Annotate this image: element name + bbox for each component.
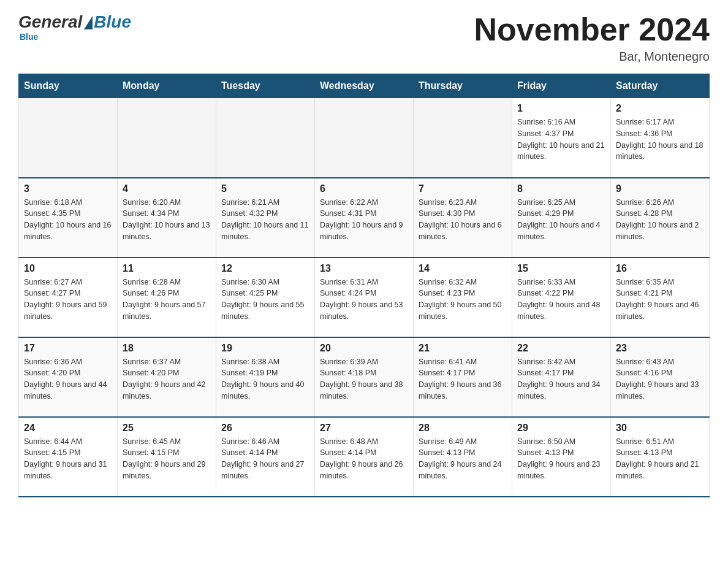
day-info: Sunrise: 6:49 AMSunset: 4:13 PMDaylight:… <box>419 436 507 482</box>
day-info: Sunrise: 6:30 AMSunset: 4:25 PMDaylight:… <box>221 277 309 323</box>
day-number: 11 <box>123 263 211 274</box>
day-info: Sunrise: 6:44 AMSunset: 4:15 PMDaylight:… <box>24 436 112 482</box>
header-friday: Friday <box>512 74 611 98</box>
day-number: 26 <box>221 423 309 434</box>
calendar-week-row: 10Sunrise: 6:27 AMSunset: 4:27 PMDayligh… <box>19 258 710 337</box>
calendar-cell: 13Sunrise: 6:31 AMSunset: 4:24 PMDayligh… <box>315 258 414 337</box>
calendar-cell <box>414 98 512 178</box>
header-wednesday: Wednesday <box>315 74 414 98</box>
calendar-cell <box>118 98 216 178</box>
day-info: Sunrise: 6:17 AMSunset: 4:36 PMDaylight:… <box>616 117 704 163</box>
day-number: 20 <box>320 343 408 354</box>
day-number: 13 <box>320 263 408 274</box>
day-number: 2 <box>616 103 704 114</box>
calendar-cell: 3Sunrise: 6:18 AMSunset: 4:35 PMDaylight… <box>19 178 118 258</box>
day-info: Sunrise: 6:27 AMSunset: 4:27 PMDaylight:… <box>24 277 112 323</box>
calendar-cell: 18Sunrise: 6:37 AMSunset: 4:20 PMDayligh… <box>118 337 216 417</box>
calendar-cell: 15Sunrise: 6:33 AMSunset: 4:22 PMDayligh… <box>512 258 611 337</box>
day-info: Sunrise: 6:38 AMSunset: 4:19 PMDaylight:… <box>221 356 309 402</box>
month-title: November 2024 <box>474 12 710 47</box>
calendar-cell: 16Sunrise: 6:35 AMSunset: 4:21 PMDayligh… <box>611 258 710 337</box>
calendar-week-row: 1Sunrise: 6:16 AMSunset: 4:37 PMDaylight… <box>19 98 710 178</box>
day-info: Sunrise: 6:36 AMSunset: 4:20 PMDaylight:… <box>24 356 112 402</box>
day-number: 21 <box>419 343 507 354</box>
calendar-cell: 5Sunrise: 6:21 AMSunset: 4:32 PMDaylight… <box>216 178 315 258</box>
calendar-cell: 28Sunrise: 6:49 AMSunset: 4:13 PMDayligh… <box>414 417 512 497</box>
calendar-week-row: 24Sunrise: 6:44 AMSunset: 4:15 PMDayligh… <box>19 417 710 497</box>
day-number: 30 <box>616 423 704 434</box>
day-info: Sunrise: 6:31 AMSunset: 4:24 PMDaylight:… <box>320 277 408 323</box>
day-info: Sunrise: 6:20 AMSunset: 4:34 PMDaylight:… <box>123 197 211 243</box>
calendar-cell <box>19 98 118 178</box>
day-number: 6 <box>320 183 408 194</box>
header: General Blue Blue November 2024 Bar, Mon… <box>18 12 710 64</box>
day-number: 28 <box>419 423 507 434</box>
day-info: Sunrise: 6:37 AMSunset: 4:20 PMDaylight:… <box>123 356 211 402</box>
calendar-cell: 25Sunrise: 6:45 AMSunset: 4:15 PMDayligh… <box>118 417 216 497</box>
calendar-cell: 14Sunrise: 6:32 AMSunset: 4:23 PMDayligh… <box>414 258 512 337</box>
day-number: 14 <box>419 263 507 274</box>
day-number: 7 <box>419 183 507 194</box>
day-number: 17 <box>24 343 112 354</box>
day-info: Sunrise: 6:39 AMSunset: 4:18 PMDaylight:… <box>320 356 408 402</box>
calendar-cell: 4Sunrise: 6:20 AMSunset: 4:34 PMDaylight… <box>118 178 216 258</box>
calendar-cell: 27Sunrise: 6:48 AMSunset: 4:14 PMDayligh… <box>315 417 414 497</box>
calendar-cell: 6Sunrise: 6:22 AMSunset: 4:31 PMDaylight… <box>315 178 414 258</box>
day-info: Sunrise: 6:50 AMSunset: 4:13 PMDaylight:… <box>517 436 605 482</box>
logo-top: General Blue <box>18 12 131 32</box>
calendar-table: Sunday Monday Tuesday Wednesday Thursday… <box>18 74 710 497</box>
day-info: Sunrise: 6:35 AMSunset: 4:21 PMDaylight:… <box>616 277 704 323</box>
day-info: Sunrise: 6:16 AMSunset: 4:37 PMDaylight:… <box>517 117 605 163</box>
calendar-cell: 22Sunrise: 6:42 AMSunset: 4:17 PMDayligh… <box>512 337 611 417</box>
calendar-header-row: Sunday Monday Tuesday Wednesday Thursday… <box>19 74 710 98</box>
title-area: November 2024 Bar, Montenegro <box>474 12 710 64</box>
day-number: 3 <box>24 183 112 194</box>
day-number: 10 <box>24 263 112 274</box>
calendar-cell: 12Sunrise: 6:30 AMSunset: 4:25 PMDayligh… <box>216 258 315 337</box>
day-number: 16 <box>616 263 704 274</box>
calendar-cell: 23Sunrise: 6:43 AMSunset: 4:16 PMDayligh… <box>611 337 710 417</box>
day-info: Sunrise: 6:48 AMSunset: 4:14 PMDaylight:… <box>320 436 408 482</box>
logo-tagline: Blue <box>20 32 38 42</box>
header-saturday: Saturday <box>611 74 710 98</box>
logo-triangle-icon <box>84 16 93 29</box>
calendar-cell <box>216 98 315 178</box>
day-info: Sunrise: 6:32 AMSunset: 4:23 PMDaylight:… <box>419 277 507 323</box>
calendar-cell: 8Sunrise: 6:25 AMSunset: 4:29 PMDaylight… <box>512 178 611 258</box>
day-number: 15 <box>517 263 605 274</box>
day-info: Sunrise: 6:43 AMSunset: 4:16 PMDaylight:… <box>616 356 704 402</box>
day-info: Sunrise: 6:28 AMSunset: 4:26 PMDaylight:… <box>123 277 211 323</box>
day-info: Sunrise: 6:22 AMSunset: 4:31 PMDaylight:… <box>320 197 408 243</box>
day-info: Sunrise: 6:25 AMSunset: 4:29 PMDaylight:… <box>517 197 605 243</box>
calendar-cell: 29Sunrise: 6:50 AMSunset: 4:13 PMDayligh… <box>512 417 611 497</box>
day-number: 19 <box>221 343 309 354</box>
day-number: 4 <box>123 183 211 194</box>
calendar-cell: 19Sunrise: 6:38 AMSunset: 4:19 PMDayligh… <box>216 337 315 417</box>
day-info: Sunrise: 6:33 AMSunset: 4:22 PMDaylight:… <box>517 277 605 323</box>
logo-blue-text: Blue <box>94 12 131 32</box>
calendar-week-row: 3Sunrise: 6:18 AMSunset: 4:35 PMDaylight… <box>19 178 710 258</box>
calendar-cell: 1Sunrise: 6:16 AMSunset: 4:37 PMDaylight… <box>512 98 611 178</box>
location: Bar, Montenegro <box>474 50 710 64</box>
day-number: 8 <box>517 183 605 194</box>
header-tuesday: Tuesday <box>216 74 315 98</box>
calendar-week-row: 17Sunrise: 6:36 AMSunset: 4:20 PMDayligh… <box>19 337 710 417</box>
day-number: 18 <box>123 343 211 354</box>
header-thursday: Thursday <box>414 74 512 98</box>
calendar-cell: 10Sunrise: 6:27 AMSunset: 4:27 PMDayligh… <box>19 258 118 337</box>
day-number: 9 <box>616 183 704 194</box>
header-monday: Monday <box>118 74 216 98</box>
calendar-cell: 7Sunrise: 6:23 AMSunset: 4:30 PMDaylight… <box>414 178 512 258</box>
calendar-cell: 26Sunrise: 6:46 AMSunset: 4:14 PMDayligh… <box>216 417 315 497</box>
calendar-cell: 17Sunrise: 6:36 AMSunset: 4:20 PMDayligh… <box>19 337 118 417</box>
day-number: 23 <box>616 343 704 354</box>
calendar-cell: 9Sunrise: 6:26 AMSunset: 4:28 PMDaylight… <box>611 178 710 258</box>
logo-general-text: General <box>18 12 82 32</box>
day-number: 27 <box>320 423 408 434</box>
day-number: 1 <box>517 103 605 114</box>
day-info: Sunrise: 6:46 AMSunset: 4:14 PMDaylight:… <box>221 436 309 482</box>
day-number: 12 <box>221 263 309 274</box>
day-info: Sunrise: 6:26 AMSunset: 4:28 PMDaylight:… <box>616 197 704 243</box>
day-info: Sunrise: 6:41 AMSunset: 4:17 PMDaylight:… <box>419 356 507 402</box>
calendar-cell: 30Sunrise: 6:51 AMSunset: 4:13 PMDayligh… <box>611 417 710 497</box>
